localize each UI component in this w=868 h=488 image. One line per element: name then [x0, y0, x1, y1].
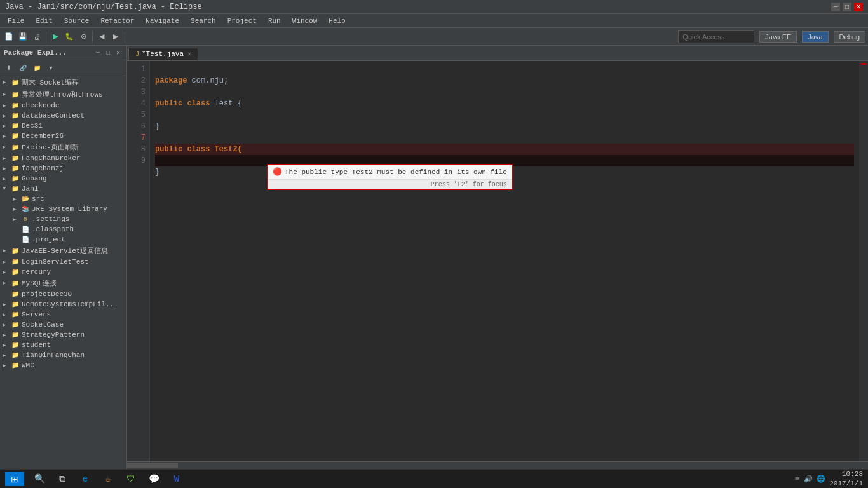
sidebar-new-folder[interactable]: 📁 [31, 62, 43, 74]
taskbar-eclipse[interactable]: ☕ [98, 471, 118, 487]
menu-bar: File Edit Source Refactor Navigate Searc… [0, 14, 868, 28]
menu-window[interactable]: Window [287, 16, 323, 26]
taskbar-ie[interactable]: e [75, 471, 95, 487]
editor-tab-test-java[interactable]: J *Test.java ✕ [128, 48, 198, 60]
taskbar-task-view[interactable]: ⧉ [52, 471, 72, 487]
tree-item[interactable]: ▶📁Servers [0, 309, 126, 320]
menu-source[interactable]: Source [59, 16, 95, 26]
sidebar-tree[interactable]: ▶📁期末-Socket编程▶📁异常处理throw和throws▶📁checkco… [0, 76, 126, 469]
tree-arrow: ▶ [3, 259, 10, 266]
sidebar-collapse[interactable]: ⬇ [3, 62, 15, 74]
sidebar-menu[interactable]: ▼ [44, 62, 57, 74]
tree-item[interactable]: ▶📂src [0, 194, 126, 204]
editor-scrollbar-h[interactable] [127, 461, 868, 469]
tree-item[interactable]: ▶⚙.settings [0, 214, 126, 224]
line-numbers: 1 2 3 4 5 6 7 8 9 [127, 61, 150, 461]
tab-close-btn[interactable]: ✕ [187, 50, 191, 58]
menu-search[interactable]: Search [186, 16, 221, 26]
tree-item[interactable]: ▶📁SocketCase [0, 320, 126, 330]
tree-icon: 📁 [10, 79, 20, 86]
sidebar-maximize[interactable]: □ [104, 48, 112, 57]
menu-file[interactable]: File [3, 16, 29, 26]
quick-access-input[interactable] [678, 30, 754, 43]
tree-item[interactable]: ▶📁December26 [0, 131, 126, 141]
tree-icon: 📁 [10, 341, 20, 349]
tree-item[interactable]: ▶📁WMC [0, 360, 126, 370]
close-button[interactable]: ✕ [854, 3, 863, 11]
tab-icon: J [135, 51, 139, 58]
tree-item[interactable]: ▶📁MySQL连接 [0, 277, 126, 289]
line-num-9: 9 [127, 155, 149, 166]
menu-run[interactable]: Run [263, 16, 286, 26]
tb-sep2 [92, 31, 93, 43]
perspective-java[interactable]: Java [802, 31, 828, 43]
tree-icon: 📁 [10, 112, 20, 119]
tb-next-edit[interactable]: ▶ [109, 30, 122, 43]
tree-item[interactable]: ▶📁FangChanBroker [0, 153, 126, 163]
menu-help[interactable]: Help [323, 16, 350, 26]
tree-label: src [32, 195, 44, 203]
tree-icon: 📁 [10, 175, 20, 182]
tb-prev-edit[interactable]: ◀ [95, 30, 108, 43]
perspective-java-ee[interactable]: Java EE [759, 31, 797, 43]
tree-item[interactable]: 📄.classpath [0, 224, 126, 234]
taskbar-search[interactable]: 🔍 [29, 471, 50, 487]
menu-refactor[interactable]: Refactor [95, 16, 139, 26]
tree-item[interactable]: ▶📁databaseContect [0, 111, 126, 121]
tree-item[interactable]: ▼📁Jan1 [0, 184, 126, 194]
taskbar: ⊞ 🔍 ⧉ e ☕ 🛡 💬 W ⌨ 🔊 🌐 10:28 2017/1/1 [0, 469, 868, 488]
tree-item[interactable]: ▶📁期末-Socket编程 [0, 76, 126, 88]
tree-label: checkcode [22, 102, 59, 109]
tree-item[interactable]: ▶📁异常处理throw和throws [0, 88, 126, 100]
tree-item[interactable]: ▶📁JavaEE-Servlet返回信息 [0, 245, 126, 257]
tree-item[interactable]: ▶📁Gobang [0, 173, 126, 184]
tree-item[interactable]: ▶📁Excise-页面刷新 [0, 141, 126, 153]
sidebar-title: Package Expl... [4, 49, 67, 57]
tb-debug[interactable]: 🐛 [63, 30, 76, 43]
tree-item[interactable]: 📄.project [0, 234, 126, 245]
tree-label: .settings [32, 215, 69, 223]
tree-icon: 📄 [20, 226, 31, 233]
tree-arrow: ▶ [3, 133, 10, 140]
taskbar-word[interactable]: W [166, 471, 187, 487]
sidebar-toolbar: ⬇ 🔗 📁 ▼ [0, 60, 126, 76]
tb-run[interactable]: ▶ [49, 30, 62, 43]
sidebar-link-editor[interactable]: 🔗 [17, 62, 29, 74]
sidebar-close[interactable]: ✕ [114, 48, 123, 57]
tree-item[interactable]: ▶📁StrategyPattern [0, 330, 126, 340]
perspective-debug[interactable]: Debug [834, 31, 865, 43]
tree-item[interactable]: ▶📁TianQinFangChan [0, 350, 126, 360]
tree-item[interactable]: ▶📚JRE System Library [0, 204, 126, 214]
sidebar-minimize[interactable]: ─ [93, 48, 102, 57]
tree-item[interactable]: ▶📁checkcode [0, 100, 126, 111]
tree-item[interactable]: ▶📁RemoteSystemsTempFil... [0, 299, 126, 309]
taskbar-message[interactable]: 💬 [144, 471, 164, 487]
tray-icons: ⌨ 🔊 🌐 [795, 475, 825, 483]
maximize-button[interactable]: □ [843, 3, 851, 11]
menu-navigate[interactable]: Navigate [140, 16, 184, 26]
tree-arrow: ▶ [3, 332, 10, 339]
tree-item[interactable]: ▶📁student [0, 340, 126, 350]
tb-coverage[interactable]: ⊙ [77, 30, 90, 43]
tree-icon: 📁 [10, 144, 20, 151]
menu-edit[interactable]: Edit [31, 16, 57, 26]
tb-new[interactable]: 📄 [3, 30, 15, 43]
tree-arrow: ▶ [13, 216, 20, 223]
taskbar-shield[interactable]: 🛡 [121, 471, 141, 487]
tb-print[interactable]: 🖨 [31, 30, 43, 43]
code-content[interactable]: package com.nju; public class Test { } p… [150, 61, 859, 461]
tree-label: Servers [22, 311, 51, 318]
tree-arrow: ▶ [3, 311, 10, 318]
tree-icon: 📁 [10, 280, 20, 287]
tree-item[interactable]: ▶📁fangchanzj [0, 163, 126, 173]
tree-item[interactable]: ▶📁LoginServletTest [0, 257, 126, 267]
tb-save-all[interactable]: 💾 [17, 30, 29, 43]
tree-arrow: ▶ [13, 196, 20, 203]
minimize-button[interactable]: ─ [831, 3, 840, 11]
tree-item[interactable]: 📁projectDec30 [0, 289, 126, 299]
tree-item[interactable]: ▶📁mercury [0, 267, 126, 277]
tree-item[interactable]: ▶📁Dec31 [0, 121, 126, 131]
start-button[interactable]: ⊞ [5, 472, 24, 486]
menu-project[interactable]: Project [222, 16, 262, 26]
tree-arrow: ▶ [13, 206, 20, 213]
